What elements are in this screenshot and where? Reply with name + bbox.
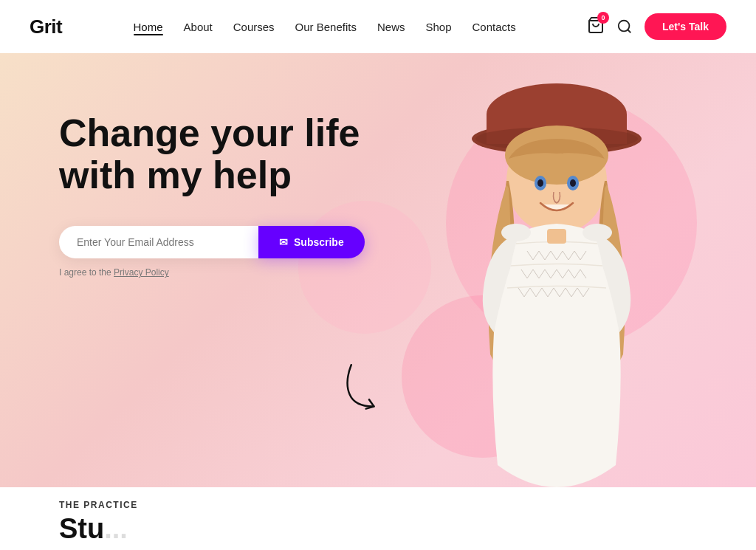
header: Grit Home About Courses Our Benefits New… xyxy=(0,0,756,53)
cart-button[interactable]: 0 xyxy=(587,16,605,37)
svg-point-13 xyxy=(501,224,531,241)
hero-headline-line1: Change your life xyxy=(59,111,360,154)
search-button[interactable] xyxy=(616,18,633,35)
arrow-decoration xyxy=(335,357,404,426)
header-actions: 0 Let's Talk xyxy=(587,13,726,40)
person-illustration xyxy=(402,74,712,487)
email-form: ✉ Subscribe xyxy=(59,226,365,258)
svg-point-1 xyxy=(619,21,630,32)
hero-headline-line2: with my help xyxy=(59,154,292,196)
section-label: THE PRACTICE xyxy=(59,500,697,510)
nav-courses[interactable]: Courses xyxy=(233,21,275,33)
bottom-headline-text: Stu xyxy=(59,513,104,544)
lets-talk-button[interactable]: Let's Talk xyxy=(645,13,726,40)
logo[interactable]: Grit xyxy=(30,16,62,38)
send-icon: ✉ xyxy=(279,236,288,248)
navigation: Home About Courses Our Benefits News Sho… xyxy=(134,21,516,33)
bottom-headline-ellipsis: ... xyxy=(104,513,128,544)
cart-badge: 0 xyxy=(597,12,609,24)
svg-point-10 xyxy=(537,179,543,187)
nav-home[interactable]: Home xyxy=(134,21,163,33)
search-icon xyxy=(616,18,633,35)
nav-shop[interactable]: Shop xyxy=(425,21,451,33)
subscribe-button[interactable]: ✉ Subscribe xyxy=(258,226,365,258)
svg-rect-12 xyxy=(547,229,566,244)
person-svg xyxy=(402,74,712,487)
privacy-agreement-text: I agree to the xyxy=(59,267,114,278)
hero-headline: Change your life with my help xyxy=(59,112,365,196)
privacy-policy-link[interactable]: Privacy Policy xyxy=(114,267,169,278)
nav-about[interactable]: About xyxy=(184,21,213,33)
bottom-section: THE PRACTICE Stu... xyxy=(0,487,756,550)
svg-point-14 xyxy=(583,224,612,241)
subscribe-label: Subscribe xyxy=(294,236,344,248)
privacy-text: I agree to the Privacy Policy xyxy=(59,267,365,278)
nav-our-benefits[interactable]: Our Benefits xyxy=(295,21,357,33)
nav-news[interactable]: News xyxy=(377,21,405,33)
email-input[interactable] xyxy=(59,226,258,258)
svg-point-11 xyxy=(570,179,576,187)
bottom-headline: Stu... xyxy=(59,515,697,543)
hero-section: Change your life with my help ✉ Subscrib… xyxy=(0,53,756,487)
hero-content: Change your life with my help ✉ Subscrib… xyxy=(59,112,365,278)
arrow-svg xyxy=(336,357,403,418)
nav-contacts[interactable]: Contacts xyxy=(472,21,516,33)
